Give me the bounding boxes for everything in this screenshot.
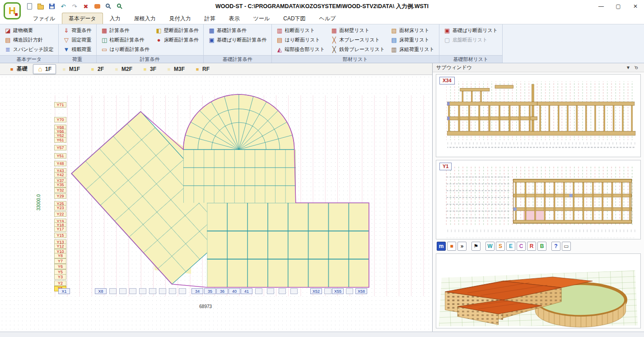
ribbon-button[interactable]: ◫柱断面計算条件 xyxy=(99,35,152,45)
model-view-button[interactable]: m xyxy=(437,242,446,251)
x-axis-label[interactable]: 35 xyxy=(204,288,216,294)
zoom-icon-button[interactable] xyxy=(115,1,125,11)
ribbon-button[interactable]: ≣スパンピッチ設定 xyxy=(2,45,56,54)
x-axis-label[interactable] xyxy=(279,288,286,294)
menu-tab-9[interactable]: CAD下図 xyxy=(276,13,312,24)
y-axis-label[interactable]: Y7 xyxy=(54,258,66,264)
window-mode-button[interactable]: ▭ xyxy=(562,242,571,251)
help-button[interactable]: ? xyxy=(551,242,560,251)
ribbon-button[interactable]: ●床断面計算条件 xyxy=(153,35,201,45)
delete-icon-button[interactable]: ✖ xyxy=(81,1,91,11)
x-axis-label[interactable] xyxy=(255,288,262,294)
floor-tab-RF[interactable]: ■RF xyxy=(190,64,214,74)
redo-icon-button[interactable]: ↷ xyxy=(70,1,79,11)
x-axis-label[interactable] xyxy=(179,288,186,294)
x-axis-label[interactable] xyxy=(119,288,126,294)
x-axis-label[interactable]: 40 xyxy=(229,288,240,294)
layer-b-button[interactable]: B xyxy=(537,242,546,251)
layer-r-button[interactable]: R xyxy=(527,242,536,251)
menu-tab-10[interactable]: ヘルプ xyxy=(313,13,343,24)
x-axis-label[interactable] xyxy=(109,288,117,294)
x-axis-label[interactable] xyxy=(139,288,146,294)
ribbon-button[interactable]: ▼積載荷重 xyxy=(61,45,94,54)
ribbon-button[interactable]: ▧面材床リスト xyxy=(388,26,437,35)
x-axis-label[interactable]: X8 xyxy=(95,288,107,294)
x-axis-label[interactable] xyxy=(129,288,136,294)
layer-e-button[interactable]: E xyxy=(506,242,515,251)
menu-tab-1[interactable]: ファイル xyxy=(26,13,62,24)
y-axis-label[interactable]: Y6 xyxy=(54,264,66,269)
app-logo-icon[interactable]: H xyxy=(4,2,21,19)
y-axis-label[interactable]: Y22 xyxy=(54,211,66,217)
tool-button[interactable]: ⚑ xyxy=(471,242,481,251)
y-axis-label[interactable]: Y29 xyxy=(54,193,66,199)
perspective-3d-view[interactable] xyxy=(436,253,641,328)
ribbon-button[interactable]: ▣基礎ばり断面リスト xyxy=(442,26,500,35)
ribbon-button[interactable]: ▤構造設計方針 xyxy=(2,35,56,45)
save-icon-button[interactable] xyxy=(47,1,57,11)
menu-tab-3[interactable]: 入力 xyxy=(103,13,127,24)
ribbon-button[interactable]: ▥床組荷重リスト xyxy=(388,45,437,54)
ribbon-button[interactable]: ◭端部接合部リスト xyxy=(274,45,327,54)
ribbon-button[interactable]: ╳鉄骨ブレースリスト xyxy=(328,45,387,54)
floor-tab-M3F[interactable]: ■M3F xyxy=(162,64,189,74)
floor-tab-3F[interactable]: ■3F xyxy=(138,64,161,74)
floor-tab-M1F[interactable]: ■M1F xyxy=(57,64,84,74)
layer-c-button[interactable]: C xyxy=(517,242,526,251)
layer-w-button[interactable]: W xyxy=(485,242,495,251)
floor-tab-基礎[interactable]: ■基礎 xyxy=(5,63,32,75)
y-axis-label[interactable]: Y15 xyxy=(54,233,66,238)
y-axis-label[interactable]: Y71 xyxy=(54,102,66,108)
y-axis-label[interactable]: Y8 xyxy=(54,253,66,258)
y-axis-label[interactable]: Y35 xyxy=(54,182,66,187)
undo-icon-button[interactable]: ↶ xyxy=(58,1,68,11)
y-axis-label[interactable]: Y42 xyxy=(54,172,66,178)
y-axis-label[interactable]: Y57 xyxy=(54,145,66,150)
x-axis-label[interactable] xyxy=(290,288,298,294)
minimize-button[interactable]: — xyxy=(593,0,610,12)
y-axis-label[interactable]: Y23 xyxy=(54,205,66,211)
menu-tab-4[interactable]: 屋根入力 xyxy=(127,13,163,24)
x-axis-label[interactable]: X55 xyxy=(332,288,344,294)
y-axis-label[interactable]: Y32 xyxy=(54,187,66,193)
y-axis-label[interactable]: Y17 xyxy=(54,226,66,232)
ribbon-button[interactable]: ▣基礎ばり断面計算条件 xyxy=(206,35,269,45)
x-axis-label[interactable]: X52 xyxy=(310,288,322,294)
ribbon-button[interactable]: ◧壁断面計算条件 xyxy=(153,26,201,35)
search-icon-button[interactable] xyxy=(103,1,113,11)
collapse-panel-icon[interactable]: ▼ xyxy=(624,65,632,70)
x-axis-label[interactable] xyxy=(149,288,156,294)
x-axis-label[interactable]: 34 xyxy=(191,288,203,294)
y-axis-label[interactable]: Y48 xyxy=(54,161,66,166)
ribbon-button[interactable]: ▦基礎計算条件 xyxy=(206,26,269,35)
elevation-view-x34[interactable]: X34 xyxy=(436,74,641,157)
floor-tab-1F[interactable]: ⌂1F xyxy=(33,64,56,74)
menu-tab-7[interactable]: 表示 xyxy=(222,13,247,24)
maximize-button[interactable]: ▢ xyxy=(610,0,627,12)
floor-tab-2F[interactable]: ■2F xyxy=(85,64,108,74)
x-axis-label[interactable] xyxy=(159,288,166,294)
menu-tab-8[interactable]: ツール xyxy=(247,13,277,24)
new-file-icon-button[interactable] xyxy=(24,1,34,11)
pin-icon[interactable]: ⚲ xyxy=(632,65,640,70)
ribbon-button[interactable]: ▤床荷重リスト xyxy=(388,35,437,45)
ribbon-button[interactable]: ▦計算条件 xyxy=(99,26,152,35)
ribbon-button[interactable]: ▤はり断面リスト xyxy=(274,35,327,45)
y-axis-label[interactable]: Y3 xyxy=(54,274,66,280)
menu-tab-2[interactable]: 基本データ xyxy=(62,13,103,24)
ribbon-button[interactable]: ▦面材壁リスト xyxy=(328,26,387,35)
y-axis-label[interactable]: Y2 xyxy=(54,281,66,286)
menu-tab-5[interactable]: 見付入力 xyxy=(163,13,198,24)
y-axis-label[interactable]: Y61 xyxy=(54,137,66,143)
x-axis-label[interactable] xyxy=(346,288,353,294)
y-axis-label[interactable]: Y70 xyxy=(54,117,66,122)
x-axis-label[interactable] xyxy=(169,288,176,294)
plan-canvas[interactable]: 33000.0 68973 Y71Y70Y68Y66Y62Y61Y57Y51Y4… xyxy=(0,75,432,332)
close-button[interactable]: ✕ xyxy=(627,0,644,12)
x-axis-label[interactable]: X1 xyxy=(58,288,70,294)
y-axis-label[interactable]: Y12 xyxy=(54,243,66,249)
y-axis-label[interactable]: Y51 xyxy=(54,153,66,159)
ribbon-button[interactable]: ◪建物概要 xyxy=(2,26,56,35)
comment-icon-button[interactable] xyxy=(92,1,102,11)
ribbon-button[interactable]: ▭はり断面計算条件 xyxy=(99,45,152,54)
